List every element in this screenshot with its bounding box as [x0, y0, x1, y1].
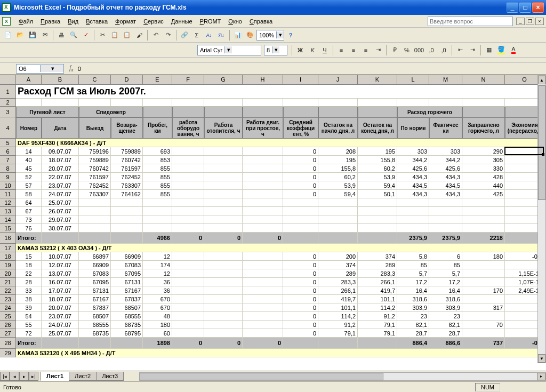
cell[interactable]: [462, 215, 505, 224]
cell[interactable]: 68735: [79, 329, 111, 338]
cell[interactable]: [243, 321, 283, 329]
comma-button[interactable]: 000: [413, 44, 425, 56]
cell[interactable]: 419,7: [318, 295, 358, 303]
cell[interactable]: [172, 224, 204, 233]
cell[interactable]: 318,6: [429, 295, 462, 303]
cell[interactable]: 17.07.07: [42, 286, 79, 295]
cell[interactable]: 67167: [79, 295, 111, 303]
cell[interactable]: 73: [16, 215, 42, 224]
cell[interactable]: [358, 224, 397, 233]
row-header[interactable]: 4: [0, 117, 16, 139]
cell[interactable]: [172, 173, 204, 181]
cell[interactable]: 0: [172, 233, 204, 244]
cell[interactable]: [79, 224, 111, 233]
cell[interactable]: 18.07.07: [42, 156, 79, 164]
cell[interactable]: [243, 107, 283, 117]
tab-first-button[interactable]: |◂: [0, 372, 10, 381]
col-header-I[interactable]: I: [283, 75, 318, 85]
cell[interactable]: 57: [16, 181, 42, 190]
cell[interactable]: [243, 99, 283, 107]
cell[interactable]: 17,2: [397, 278, 429, 286]
cell[interactable]: 886,6: [429, 338, 462, 349]
cell[interactable]: [283, 224, 318, 233]
doc-close-button[interactable]: ×: [535, 18, 544, 25]
cell[interactable]: [283, 233, 318, 244]
cell[interactable]: 09.07.07: [42, 147, 79, 156]
cell[interactable]: 114,2: [318, 312, 358, 321]
horizontal-scrollbar[interactable]: ◂▸: [139, 372, 546, 381]
cell[interactable]: [318, 215, 358, 224]
cell[interactable]: 425: [462, 190, 505, 198]
cell[interactable]: 761597: [79, 173, 111, 181]
cell[interactable]: [172, 321, 204, 329]
cell[interactable]: [283, 338, 318, 349]
cell[interactable]: [204, 295, 243, 303]
cell[interactable]: 66909: [111, 252, 143, 261]
cell[interactable]: [204, 312, 243, 321]
cell[interactable]: Спидометр: [79, 107, 143, 117]
cell[interactable]: 30.07.07: [42, 224, 79, 233]
cell[interactable]: [283, 215, 318, 224]
cell[interactable]: 0: [283, 252, 318, 261]
maximize-button[interactable]: □: [519, 2, 531, 13]
cell[interactable]: 0: [283, 312, 318, 321]
cell[interactable]: 208: [318, 147, 358, 156]
cell[interactable]: 18: [16, 261, 42, 269]
cell[interactable]: 2375,9: [429, 233, 462, 244]
mail-button[interactable]: ✉: [39, 29, 51, 41]
cell[interactable]: 16.07.07: [42, 278, 79, 286]
row-header[interactable]: 3: [0, 107, 16, 117]
sheet-tab[interactable]: Лист3: [96, 372, 124, 381]
cell[interactable]: 0: [283, 295, 318, 303]
cell[interactable]: [79, 233, 111, 244]
cell[interactable]: 68795: [111, 329, 143, 338]
cell[interactable]: 2218: [462, 233, 505, 244]
cell[interactable]: [462, 224, 505, 233]
cell[interactable]: 760742: [79, 164, 111, 173]
cell[interactable]: 16,4: [429, 286, 462, 295]
row-header[interactable]: 12: [0, 198, 16, 207]
print-button[interactable]: 🖶: [55, 29, 67, 41]
cell[interactable]: [111, 233, 143, 244]
cell[interactable]: [462, 329, 505, 338]
cell[interactable]: Номер: [16, 117, 42, 139]
cell[interactable]: 289: [318, 269, 358, 278]
cell[interactable]: [397, 224, 429, 233]
cell[interactable]: [318, 233, 358, 244]
menu-окно[interactable]: Окно: [224, 17, 246, 26]
menu-promt[interactable]: PROMT: [196, 17, 225, 26]
cell[interactable]: 13.07.07: [42, 269, 79, 278]
cell[interactable]: [243, 269, 283, 278]
col-header-E[interactable]: E: [143, 75, 172, 85]
cell[interactable]: [429, 99, 462, 107]
cell[interactable]: 180: [143, 321, 172, 329]
cell[interactable]: 693: [143, 147, 172, 156]
cell[interactable]: Возвра-щение: [111, 117, 143, 139]
cell[interactable]: 67837: [111, 295, 143, 303]
cell[interactable]: [204, 181, 243, 190]
row-header[interactable]: 2: [0, 99, 16, 107]
spellcheck-button[interactable]: ✓: [80, 29, 92, 41]
col-header-N[interactable]: N: [462, 75, 505, 85]
cell[interactable]: 0: [204, 233, 243, 244]
cell[interactable]: 1898: [143, 338, 172, 349]
row-header[interactable]: 19: [0, 261, 16, 269]
help-button[interactable]: ?: [285, 29, 296, 41]
cell[interactable]: [143, 198, 172, 207]
font-name-combo[interactable]: Arial Cyr▾: [197, 45, 261, 55]
doc-restore-button[interactable]: ❐: [526, 18, 534, 25]
cell[interactable]: 16,4: [397, 286, 429, 295]
cell[interactable]: [111, 215, 143, 224]
cell[interactable]: 59,4: [318, 190, 358, 198]
cell[interactable]: 82,1: [397, 321, 429, 329]
row-header[interactable]: 13: [0, 207, 16, 215]
row-header[interactable]: 11: [0, 190, 16, 198]
cell[interactable]: Остаток на конец дня, л: [358, 117, 397, 139]
cell[interactable]: 290: [462, 147, 505, 156]
align-left-button[interactable]: ≡: [335, 44, 347, 56]
cell[interactable]: [42, 233, 79, 244]
cell[interactable]: 0: [283, 164, 318, 173]
cell[interactable]: [283, 207, 318, 215]
cell[interactable]: 67131: [79, 286, 111, 295]
cell[interactable]: 24.07.07: [42, 190, 79, 198]
